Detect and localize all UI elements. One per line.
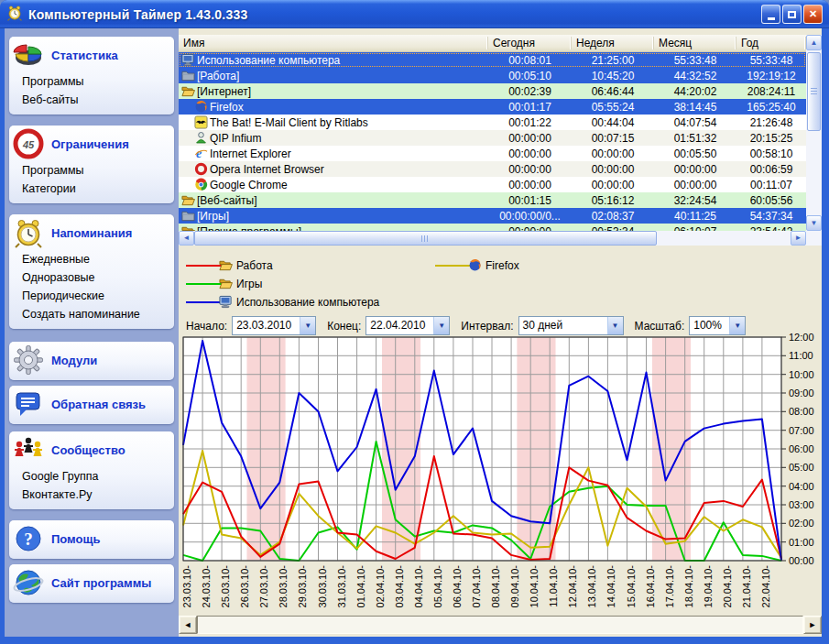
chevron-down-icon[interactable]: ▼ <box>729 317 745 334</box>
folder-open-icon <box>181 84 195 98</box>
sidebar-section-title: Напоминания <box>51 226 132 240</box>
table-row[interactable]: The Bat! E-Mail Client by Ritlabs 00:01:… <box>179 115 806 130</box>
sidebar-section-header[interactable]: Сообщество <box>9 433 174 466</box>
row-label: Opera Internet Browser <box>210 163 324 176</box>
scroll-up-icon[interactable]: ▲ <box>806 35 822 50</box>
table-row[interactable]: [Интернет] 00:02:3906:46:4444:20:02208:2… <box>179 83 806 99</box>
row-value: 00:00:00 <box>488 147 572 160</box>
scroll-right-icon[interactable]: ► <box>791 231 806 246</box>
vscroll-thumb[interactable] <box>807 52 821 131</box>
sidebar-section-header[interactable]: 45 Ограничения <box>9 127 174 160</box>
scroll-left-icon[interactable]: ◄ <box>179 231 194 246</box>
row-value: 00:07:15 <box>572 132 654 145</box>
table-row[interactable]: e Internet Explorer 00:00:0000:00:0000:0… <box>179 146 806 161</box>
table-vertical-scrollbar[interactable]: ▲ ▼ <box>806 35 822 231</box>
sidebar-section-header[interactable]: Сайт программы <box>9 566 174 599</box>
svg-text:01:00: 01:00 <box>789 537 814 548</box>
sidebar-section-title: Помощь <box>51 532 100 546</box>
legend-item: Работа <box>186 257 273 274</box>
chart-scrollbar-track[interactable] <box>197 616 803 634</box>
maximize-button[interactable] <box>782 5 802 24</box>
row-value: 38:14:45 <box>654 101 736 114</box>
row-value: 40:11:25 <box>654 210 736 223</box>
row-value: 00:11:07 <box>736 179 806 191</box>
sidebar-item[interactable]: Одноразовые <box>22 268 174 287</box>
table-row[interactable]: [Игры] 00:00:00/0...02:08:3740:11:2554:3… <box>179 208 806 224</box>
sidebar-item[interactable]: Создать напоминание <box>22 305 174 323</box>
row-value: 00:00:00/0... <box>488 210 572 223</box>
scroll-left-icon[interactable]: ◄ <box>179 616 197 634</box>
chevron-down-icon[interactable]: ▼ <box>607 317 623 334</box>
end-date-label: Конец: <box>327 320 361 333</box>
row-value: 00:58:10 <box>736 147 806 160</box>
column-header-2[interactable]: Неделя <box>572 35 654 51</box>
interval-combobox[interactable]: 30 дней ▼ <box>518 316 624 335</box>
row-value: 01:51:32 <box>654 132 736 145</box>
statistics-table: ИмяСегодняНеделяМесяцГод Использование к… <box>179 35 806 231</box>
start-date-label: Начало: <box>186 320 227 333</box>
close-button[interactable]: ✕ <box>803 5 823 24</box>
community-icon <box>13 434 44 465</box>
chevron-down-icon[interactable]: ▼ <box>433 317 449 334</box>
chart-horizontal-scrollbar[interactable]: ◄ ► <box>179 616 822 634</box>
sidebar-item[interactable]: Категории <box>22 180 174 198</box>
chevron-down-icon[interactable]: ▼ <box>300 317 315 334</box>
svg-text:06:00: 06:00 <box>789 443 814 454</box>
row-value: 21:26:48 <box>736 116 806 129</box>
svg-text:30.03.10-: 30.03.10- <box>317 565 328 608</box>
row-value: 32:24:54 <box>654 194 736 207</box>
row-value: 00:01:17 <box>488 101 572 114</box>
scroll-down-icon[interactable]: ▼ <box>806 215 822 231</box>
svg-text:12.04.10-: 12.04.10- <box>567 565 578 608</box>
sidebar-item[interactable]: Вконтакте.Ру <box>22 486 174 504</box>
start-date-combobox[interactable]: 23.03.2010 ▼ <box>232 316 316 335</box>
table-row[interactable]: [Прочие программы] 00:00:0000:53:3406:10… <box>179 224 806 231</box>
sidebar-item[interactable]: Google Группа <box>22 467 174 486</box>
sidebar-section-header[interactable]: ? Помощь <box>9 522 174 555</box>
sidebar-item[interactable]: Программы <box>22 161 174 180</box>
column-header-1[interactable]: Сегодня <box>488 35 572 51</box>
sidebar-section-header[interactable]: Модули <box>9 344 174 377</box>
sidebar-section-1: Статистика ПрограммыВеб-сайты <box>9 37 174 115</box>
scroll-right-icon[interactable]: ► <box>803 616 822 634</box>
minimize-button[interactable] <box>761 5 780 24</box>
svg-text:24.03.10-: 24.03.10- <box>201 565 212 608</box>
hscroll-thumb[interactable] <box>194 231 657 246</box>
table-horizontal-scrollbar[interactable]: ◄ ► <box>179 231 806 246</box>
minimize-icon <box>768 17 775 20</box>
table-row[interactable]: [Работа] 00:05:1010:45:2044:32:52192:19:… <box>179 68 806 83</box>
sidebar-item[interactable]: Веб-сайты <box>22 91 174 109</box>
table-row[interactable]: Opera Internet Browser 00:00:0000:00:000… <box>179 161 806 177</box>
column-header-4[interactable]: Год <box>736 35 806 51</box>
table-row[interactable]: Firefox 00:01:1705:55:2438:14:45165:25:4… <box>179 99 806 115</box>
svg-text:45: 45 <box>22 139 35 150</box>
column-header-3[interactable]: Месяц <box>654 35 736 51</box>
table-row[interactable]: Использование компьютера 00:08:0121:25:0… <box>179 52 806 68</box>
row-value: 00:01:22 <box>488 116 572 129</box>
column-header-0[interactable]: Имя <box>179 35 488 51</box>
sidebar-item[interactable]: Программы <box>22 72 174 91</box>
sidebar-item[interactable]: Ежедневные <box>22 250 174 268</box>
svg-text:22.04.10-: 22.04.10- <box>760 565 771 608</box>
row-value: 00:00:00 <box>488 163 572 176</box>
chart-controls: Начало: 23.03.2010 ▼ Конец: 22.04.2010 ▼… <box>186 316 746 335</box>
sidebar-section-header[interactable]: Напоминания <box>9 216 174 249</box>
row-value: 04:07:54 <box>654 116 736 129</box>
end-date-combobox[interactable]: 22.04.2010 ▼ <box>365 316 450 335</box>
sidebar-section-header[interactable]: Статистика <box>9 38 174 71</box>
sidebar-section-header[interactable]: Обратная связь <box>9 387 174 420</box>
scale-combobox[interactable]: 100% ▼ <box>689 316 746 335</box>
svg-text:04:00: 04:00 <box>789 481 814 492</box>
row-value: 02:08:37 <box>572 210 654 223</box>
table-row[interactable]: Google Chrome 00:00:0000:00:0000:00:0000… <box>179 177 806 192</box>
table-row[interactable]: [Веб-сайты] 00:01:1505:16:1232:24:5460:0… <box>179 192 806 208</box>
sidebar-item[interactable]: Периодические <box>22 287 174 305</box>
legend-label: Firefox <box>485 259 519 272</box>
svg-text:05:00: 05:00 <box>789 462 814 473</box>
row-value: 00:00:00 <box>572 147 654 160</box>
row-label: Firefox <box>210 101 244 114</box>
chart-svg: 00:0001:0002:0003:0004:0005:0006:0007:00… <box>179 333 822 616</box>
titlebar[interactable]: Компьютерный Таймер 1.43.0.333 ✕ <box>0 0 829 28</box>
svg-text:03:00: 03:00 <box>789 499 814 510</box>
table-row[interactable]: QIP Infium 00:00:0000:07:1501:51:3220:15… <box>179 130 806 146</box>
